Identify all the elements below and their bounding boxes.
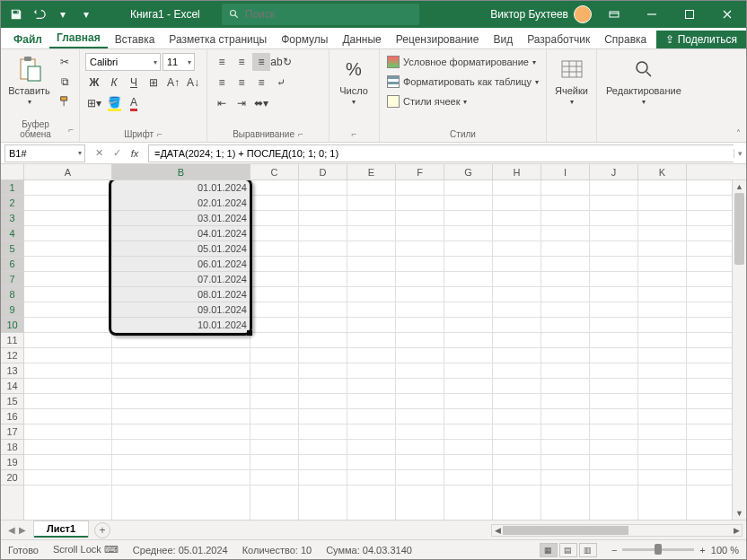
tab-review[interactable]: Рецензирование [389, 30, 487, 48]
border-button[interactable]: ⊞ [145, 74, 163, 92]
decrease-font-icon[interactable]: A↓ [184, 74, 202, 92]
row-header[interactable]: 11 [1, 333, 23, 348]
tab-developer[interactable]: Разработчик [520, 30, 597, 48]
align-top-icon[interactable]: ≡ [213, 53, 231, 71]
row-header[interactable]: 6 [1, 257, 23, 272]
vertical-scrollbar[interactable]: ▲ ▼ [732, 180, 746, 520]
row-header[interactable]: 19 [1, 455, 23, 470]
align-bottom-icon[interactable]: ≡ [252, 53, 270, 71]
align-left-icon[interactable]: ≡ [213, 74, 231, 92]
row-header[interactable]: 18 [1, 440, 23, 455]
merge-button[interactable]: ⬌▾ [252, 94, 270, 112]
font-size-select[interactable]: 11▾ [163, 53, 195, 71]
tab-formulas[interactable]: Формулы [274, 30, 335, 48]
row-header[interactable]: 14 [1, 379, 23, 394]
tab-layout[interactable]: Разметка страницы [162, 30, 274, 48]
row-header[interactable]: 9 [1, 302, 23, 318]
column-header[interactable]: A [24, 164, 112, 179]
border-dropdown[interactable]: ⊞▾ [85, 94, 103, 112]
sheet-tab[interactable]: Лист1 [33, 521, 89, 538]
maximize-button[interactable] [671, 1, 708, 28]
name-box[interactable]: B1#▾ [4, 144, 85, 162]
cell[interactable]: 07.01.2024 [112, 272, 250, 287]
dialog-launcher-icon[interactable]: ⌐ [298, 129, 303, 139]
search-input[interactable] [245, 8, 412, 21]
cell[interactable]: 10.01.2024 [112, 318, 250, 333]
format-as-table-button[interactable]: Форматировать как таблицу▾ [385, 74, 540, 89]
row-header[interactable]: 20 [1, 470, 23, 486]
close-button[interactable] [708, 1, 746, 28]
column-header[interactable]: H [493, 164, 541, 179]
add-sheet-button[interactable]: + [94, 522, 110, 538]
increase-font-icon[interactable]: A↑ [164, 74, 182, 92]
formula-input[interactable]: =ДАТА(2024; 1; 1) + ПОСЛЕД(10; 1; 0; 1) [148, 144, 734, 162]
scroll-up-icon[interactable]: ▲ [733, 180, 746, 193]
normal-view-button[interactable]: ▦ [540, 543, 558, 557]
sheet-nav-prev-icon[interactable]: ◀ [8, 525, 15, 535]
column-header[interactable]: G [444, 164, 493, 179]
column-header[interactable]: K [638, 164, 687, 179]
orientation-icon[interactable]: ab↻ [272, 53, 290, 71]
zoom-slider[interactable] [622, 548, 694, 551]
search-box[interactable] [222, 4, 419, 25]
cell[interactable]: 04.01.2024 [112, 226, 250, 241]
scroll-left-icon[interactable]: ◀ [492, 525, 503, 536]
ribbon-display-button[interactable] [595, 1, 633, 28]
tab-view[interactable]: Вид [486, 30, 520, 48]
minimize-button[interactable] [633, 1, 671, 28]
dialog-launcher-icon[interactable]: ⌐ [68, 125, 74, 135]
row-header[interactable]: 17 [1, 424, 23, 440]
column-header[interactable]: I [541, 164, 590, 179]
tab-file[interactable]: Файл [6, 30, 49, 48]
row-header[interactable]: 2 [1, 196, 23, 211]
cut-icon[interactable]: ✂ [56, 53, 74, 71]
tab-data[interactable]: Данные [335, 30, 388, 48]
column-header[interactable]: F [396, 164, 444, 179]
scroll-right-icon[interactable]: ▶ [731, 525, 742, 536]
tab-help[interactable]: Справка [597, 30, 654, 48]
cell-styles-button[interactable]: Стили ячеек▾ [385, 94, 540, 109]
column-header[interactable]: D [299, 164, 347, 179]
underline-button[interactable]: Ч [125, 74, 143, 92]
row-header[interactable]: 15 [1, 394, 23, 409]
cell[interactable]: 02.01.2024 [112, 196, 250, 211]
dialog-launcher-icon[interactable]: ⌐ [352, 129, 357, 139]
row-header[interactable]: 3 [1, 211, 23, 226]
horizontal-scrollbar[interactable]: ◀ ▶ [491, 524, 743, 537]
wrap-text-icon[interactable]: ⤶ [272, 74, 290, 92]
align-center-icon[interactable]: ≡ [233, 74, 250, 92]
cell[interactable]: 06.01.2024 [112, 257, 250, 272]
cancel-formula-icon[interactable]: ✕ [91, 145, 107, 162]
align-right-icon[interactable]: ≡ [252, 74, 270, 92]
scroll-down-icon[interactable]: ▼ [733, 507, 746, 520]
cell[interactable]: 09.01.2024 [112, 302, 250, 318]
italic-button[interactable]: К [105, 74, 123, 92]
row-header[interactable]: 13 [1, 363, 23, 379]
editing-button[interactable]: Редактирование ▾ [602, 53, 685, 108]
qat-more-icon[interactable]: ▾ [78, 6, 94, 22]
row-header[interactable]: 1 [1, 180, 23, 196]
column-header[interactable]: C [250, 164, 299, 179]
bold-button[interactable]: Ж [85, 74, 103, 92]
redo-icon[interactable]: ▾ [55, 6, 71, 22]
select-all-corner[interactable] [1, 164, 24, 179]
cell[interactable]: 08.01.2024 [112, 287, 250, 302]
increase-indent-icon[interactable]: ⇥ [233, 94, 250, 112]
account-area[interactable]: Виктор Бухтеев [490, 5, 595, 23]
row-header[interactable]: 8 [1, 287, 23, 302]
tab-insert[interactable]: Вставка [108, 30, 163, 48]
row-header[interactable]: 7 [1, 272, 23, 287]
fx-icon[interactable]: fx [127, 145, 143, 162]
paste-button[interactable]: Вставить ▾ [6, 53, 52, 108]
enter-formula-icon[interactable]: ✓ [109, 145, 125, 162]
align-middle-icon[interactable]: ≡ [233, 53, 250, 71]
font-name-select[interactable]: Calibri▾ [85, 53, 161, 71]
row-header[interactable]: 16 [1, 409, 23, 424]
expand-formula-bar-icon[interactable]: ▾ [734, 149, 746, 158]
fill-color-button[interactable]: 🪣 [105, 94, 123, 112]
tab-home[interactable]: Главная [49, 28, 108, 48]
zoom-out-button[interactable]: − [611, 545, 617, 556]
font-color-button[interactable]: A [125, 94, 143, 112]
save-icon[interactable] [8, 6, 24, 22]
number-format-button[interactable]: % Число ▾ [335, 53, 373, 108]
